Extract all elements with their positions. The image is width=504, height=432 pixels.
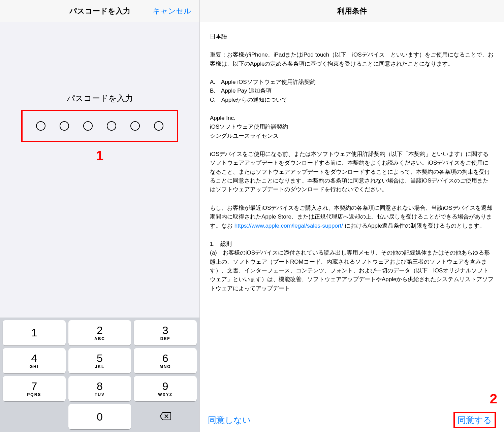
passcode-header: パスコードを入力 キャンセル — [0, 0, 199, 22]
terms-company-name: Apple Inc. — [210, 114, 494, 123]
key-1[interactable]: 1 — [3, 320, 66, 345]
key-letters: JKL — [95, 364, 105, 369]
key-blank — [3, 404, 66, 429]
annotation-1: 1 — [96, 148, 103, 163]
key-digit: 4 — [31, 353, 37, 364]
terms-title: 利用条件 — [337, 6, 367, 16]
terms-license-type: シングルユースライセンス — [210, 132, 494, 140]
key-6[interactable]: 6 MNO — [134, 348, 197, 373]
key-letters: PQRS — [27, 392, 41, 397]
agree-annotation-box: 同意する — [453, 412, 496, 428]
key-digit: 6 — [162, 353, 168, 364]
key-7[interactable]: 7 PQRS — [3, 376, 66, 401]
terms-paragraph: もし、お客様が最近iOSデバイスをご購入され、本契約の各条項に同意されない場合、… — [210, 204, 494, 230]
terms-paragraph: iOSデバイスをご使用になる前、または本ソフトウェア使用許諾契約（以下「本契約」… — [210, 150, 494, 194]
terms-list-a: A. Apple iOSソフトウェア使用許諾契約 — [210, 78, 494, 87]
key-digit: 5 — [97, 353, 103, 364]
key-digit: 2 — [97, 325, 103, 336]
passcode-title: パスコードを入力 — [69, 6, 130, 16]
key-8[interactable]: 8 TUV — [68, 376, 131, 401]
passcode-prompt: パスコードを入力 — [67, 93, 133, 104]
key-2[interactable]: 2 ABC — [68, 320, 131, 345]
key-digit: 3 — [162, 325, 168, 336]
key-letters: WXYZ — [158, 392, 172, 397]
terms-company: Apple Inc. iOSソフトウェア使用許諾契約 シングルユースライセンス — [210, 114, 494, 140]
numeric-keypad: 1 2 ABC 3 DEF 4 GHI 5 JKL 6 MNO 7 PQRS 8 — [0, 318, 199, 432]
key-backspace[interactable] — [134, 404, 197, 429]
terms-list: A. Apple iOSソフトウェア使用許諾契約 B. Apple Pay 追加… — [210, 78, 494, 104]
annotation-2: 2 — [490, 391, 497, 406]
cancel-button[interactable]: キャンセル — [153, 6, 191, 16]
backspace-icon — [159, 411, 171, 422]
terms-list-b: B. Apple Pay 追加条項 — [210, 87, 494, 95]
key-digit: 9 — [162, 381, 168, 392]
agree-button[interactable]: 同意する — [458, 414, 492, 426]
passcode-dots-annotation-box — [21, 110, 178, 142]
passcode-dot — [83, 121, 93, 131]
terms-language: 日本語 — [210, 32, 494, 41]
key-digit: 8 — [97, 381, 103, 392]
key-digit: 1 — [31, 327, 37, 338]
terms-footer: 同意しない 2 同意する — [200, 408, 504, 432]
terms-paragraph: (a) お客様のiOSデバイスに添付されている読み出し専用メモリ、その他の記録媒… — [210, 248, 494, 293]
passcode-dot — [154, 121, 163, 131]
passcode-dot — [36, 121, 45, 131]
key-3[interactable]: 3 DEF — [134, 320, 197, 345]
passcode-pane: パスコードを入力 キャンセル パスコードを入力 1 1 2 ABC 3 DEF … — [0, 0, 199, 432]
passcode-dot — [130, 121, 140, 131]
key-letters: GHI — [30, 364, 39, 369]
key-4[interactable]: 4 GHI — [3, 348, 66, 373]
terms-pane: 利用条件 日本語 重要：お客様がiPhone、iPadまたはiPod touch… — [199, 0, 504, 432]
terms-header: 利用条件 — [200, 0, 504, 22]
key-digit: 7 — [31, 381, 37, 392]
terms-license-title: iOSソフトウェア使用許諾契約 — [210, 123, 494, 131]
terms-important: 重要：お客様がiPhone、iPadまたはiPod touch（以下「iOSデバ… — [210, 51, 494, 68]
key-digit: 0 — [97, 411, 103, 422]
terms-link[interactable]: https://www.apple.com/legal/sales-suppor… — [234, 223, 343, 229]
key-letters: ABC — [94, 336, 105, 341]
key-9[interactable]: 9 WXYZ — [134, 376, 197, 401]
terms-list-c: C. Appleからの通知について — [210, 96, 494, 104]
terms-body[interactable]: 日本語 重要：お客様がiPhone、iPadまたはiPod touch（以下「i… — [200, 22, 504, 408]
key-letters: MNO — [160, 364, 171, 369]
key-0[interactable]: 0 — [68, 404, 131, 429]
terms-text: におけるApple返品条件の制限を受けるものとします。 — [343, 223, 485, 229]
key-5[interactable]: 5 JKL — [68, 348, 131, 373]
passcode-dot — [107, 121, 116, 131]
terms-section-heading: 1. 総則 — [210, 240, 494, 248]
key-letters: DEF — [160, 336, 170, 341]
disagree-button[interactable]: 同意しない — [208, 414, 251, 426]
key-letters: TUV — [95, 392, 105, 397]
passcode-dot — [60, 121, 69, 131]
